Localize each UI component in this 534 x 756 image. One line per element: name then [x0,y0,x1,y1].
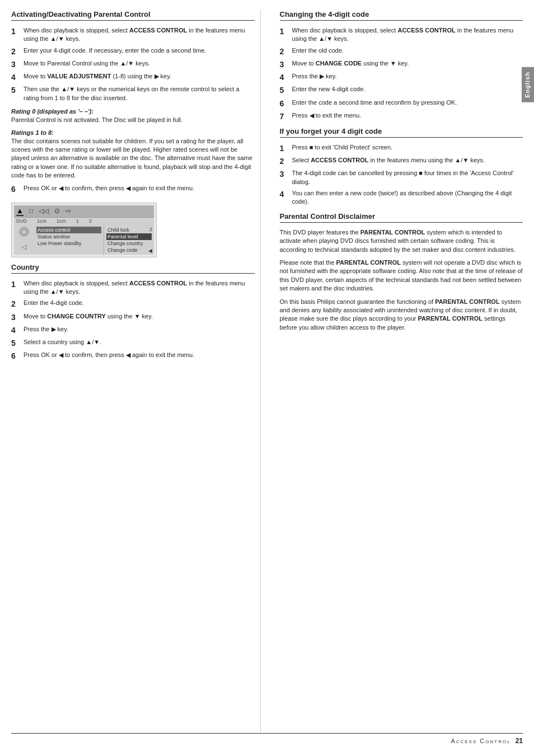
footer-label: Access Control [451,738,510,744]
menu-number: 2 [149,227,152,232]
country-step-2-content: Enter the 4-digit code. [24,299,255,309]
step-6: 6 Press OK or ◀ to confirm, then press ◀… [11,184,255,194]
country-step-num-1: 1 [11,279,21,297]
change-step-5-content: Enter the new 4-digit code. [292,85,523,95]
step-1-content: When disc playback is stopped, select AC… [24,26,255,44]
menu-back-icon: ◁ [22,243,26,251]
change-code-steps: 1 When disc playback is stopped, select … [280,26,523,121]
country-step-num-4: 4 [11,325,21,335]
menu-disc-icon: ≡ [19,227,29,237]
change-step-1: 1 When disc playback is stopped, select … [280,26,523,44]
page-footer: Access Control 21 [11,733,523,745]
change-step-7-content: Press ◀ to exit the menu. [292,111,523,121]
step-1: 1 When disc playback is stopped, select … [11,26,255,44]
change-step-num-1: 1 [280,26,290,44]
change-step-2-content: Enter the old code. [292,46,523,57]
section-activating-title: Activating/Deactivating Parental Control [11,10,255,21]
menu-body: ≡ ◁ Access control Status window Low Pow… [14,226,154,255]
forget-step-num-3: 3 [280,169,290,186]
forget-step-2: 2 Select ACCESS CONTROL in the features … [280,156,523,166]
country-step-6: 6 Press OK or ◀ to confirm, then press ◀… [11,351,255,361]
change-step-num-2: 2 [280,46,290,57]
step-3: 3 Move to Parental Control using the ▲/▼… [11,59,255,69]
step-num-4: 4 [11,72,21,82]
menu-inner: ▲ □ ◁◁ ⊙ ⇨ DVD 1cm 1cm 1 2 [14,205,154,255]
step-5: 5 Then use the ▲/▼ keys or the numerical… [11,85,255,102]
step-5-content: Then use the ▲/▼ keys or the numerical k… [24,85,255,102]
page: English Activating/Deactivating Parental… [0,0,534,756]
note1-text: Parental Control is not activated. The D… [11,116,255,124]
menu-screenshot: ▲ □ ◁◁ ⊙ ⇨ DVD 1cm 1cm 1 2 [11,203,157,257]
menu-scroll-arrow: ◀ [148,248,152,253]
menu-right-col: Child lock Parental level Change country… [104,226,154,255]
right-column: Changing the 4-digit code 1 When disc pl… [278,10,523,733]
two-col-layout: Activating/Deactivating Parental Control… [11,10,523,733]
section-change-code-title: Changing the 4-digit code [280,10,523,21]
menu-label-row: DVD 1cm 1cm 1 2 [14,218,154,224]
step-4-content: Move to VALUE ADJUSTMENT (1-8) using the… [24,72,255,82]
disclaimer-para3: On this basis Philips cannot guarantee t… [280,298,523,332]
change-step-num-5: 5 [280,85,290,95]
menu-label-dvd: DVD [16,218,27,224]
change-step-7: 7 Press ◀ to exit the menu. [280,111,523,121]
forget-step-1-content: Press ■ to exit 'Child Protect' screen. [292,143,523,153]
change-step-5: 5 Enter the new 4-digit code. [280,85,523,95]
menu-icon-tracks: ▲ [16,206,24,216]
step-num-5: 5 [11,85,21,102]
country-step-1: 1 When disc playback is stopped, select … [11,279,255,297]
forget-step-4-content: You can then enter a new code (twice!) a… [292,189,523,206]
menu-icon-box: □ [29,207,33,215]
change-step-num-3: 3 [280,59,290,69]
change-step-num-7: 7 [280,111,290,121]
menu-right-parental-level: Parental level [106,233,152,240]
forget-step-4: 4 You can then enter a new code (twice!)… [280,189,523,206]
menu-label-1cm-1: 1cm [37,218,46,224]
forget-step-num-1: 1 [280,143,290,153]
activating-steps-list: 1 When disc playback is stopped, select … [11,26,255,102]
country-step-5-content: Select a country using ▲/▼. [24,338,255,348]
step-6-content: Press OK or ◀ to confirm, then press ◀ a… [24,184,255,194]
forget-steps: 1 Press ■ to exit 'Child Protect' screen… [280,143,523,206]
disclaimer-para1: This DVD player features the PARENTAL CO… [280,228,523,254]
section-forget-title: If you forget your 4 digit code [280,127,523,138]
change-step-4-content: Press the ▶ key. [292,72,523,82]
country-step-5: 5 Select a country using ▲/▼. [11,338,255,348]
country-step-num-3: 3 [11,312,21,322]
section-disclaimer-title: Parental Control Disclaimer [280,212,523,223]
change-step-num-4: 4 [280,72,290,82]
country-step-num-6: 6 [11,351,21,361]
menu-label-1: 1 [76,218,79,224]
menu-label-1cm-2: 1cm [57,218,66,224]
country-steps-list: 1 When disc playback is stopped, select … [11,279,255,361]
menu-right-change-country: Change country [106,240,152,247]
country-step-6-content: Press OK or ◀ to confirm, then press ◀ a… [24,351,255,361]
menu-item-low-power: Low Power standby [36,240,101,247]
country-step-1-content: When disc playback is stopped, select AC… [24,279,255,297]
english-tab: English [522,67,534,102]
note2-text: The disc contains scenes not suitable fo… [11,137,255,180]
menu-item-access-control: Access control [36,227,101,233]
step-num-3: 3 [11,59,21,69]
step-4: 4 Move to VALUE ADJUSTMENT (1-8) using t… [11,72,255,82]
country-step-num-5: 5 [11,338,21,348]
step-3-content: Move to Parental Control using the ▲/▼ k… [24,59,255,69]
step-2: 2 Enter your 4-digit code. If necessary,… [11,46,255,57]
step-2-content: Enter your 4-digit code. If necessary, e… [24,46,255,57]
change-step-3-content: Move to CHANGE CODE using the ▼ key. [292,59,523,69]
forget-step-num-2: 2 [280,156,290,166]
menu-icon-arrow: ⇨ [65,207,71,215]
menu-icons-row: ▲ □ ◁◁ ⊙ ⇨ [16,206,71,216]
menu-right-child-lock: Child lock [106,227,152,233]
page-number: 21 [516,737,523,745]
menu-right-change-code: Change code [106,247,152,253]
forget-step-num-4: 4 [280,189,290,206]
section-country-title: Country [11,263,255,274]
change-step-6: 6 Enter the code a second time and recon… [280,98,523,109]
country-step-num-2: 2 [11,299,21,309]
note1-title: Rating 0 (displayed as '– –'): [11,108,255,115]
step-num-6: 6 [11,184,21,194]
forget-step-3: 3 The 4-digit code can be cancelled by p… [280,169,523,186]
country-step-3-content: Move to CHANGE COUNTRY using the ▼ key. [24,312,255,322]
change-step-3: 3 Move to CHANGE CODE using the ▼ key. [280,59,523,69]
country-step-3: 3 Move to CHANGE COUNTRY using the ▼ key… [11,312,255,322]
